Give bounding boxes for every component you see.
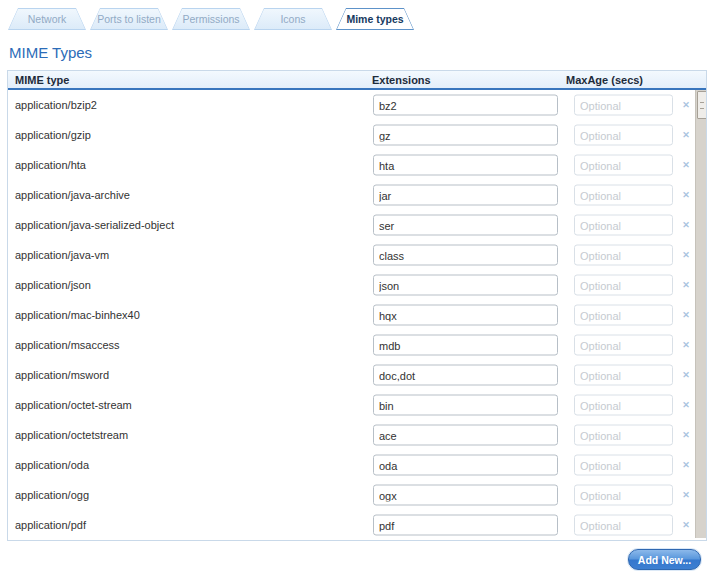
delete-row-icon[interactable]: ✕ xyxy=(678,130,694,140)
delete-row-icon[interactable]: ✕ xyxy=(678,430,694,440)
delete-row-icon[interactable]: ✕ xyxy=(678,250,694,260)
delete-row-icon[interactable]: ✕ xyxy=(678,160,694,170)
tab-label: Permissions xyxy=(182,13,239,25)
tab-label: Mime types xyxy=(346,13,403,25)
tab-permissions[interactable]: Permissions xyxy=(172,8,250,30)
tab-label: Ports to listen xyxy=(97,13,161,25)
maxage-input[interactable] xyxy=(574,365,673,386)
extension-input[interactable] xyxy=(373,95,558,116)
maxage-input[interactable] xyxy=(574,155,673,176)
page-title: MIME Types xyxy=(9,44,92,61)
mime-type-label: application/octet-stream xyxy=(15,399,132,411)
table-row: application/pdf ✕ xyxy=(8,510,706,538)
extension-input[interactable] xyxy=(373,275,558,296)
maxage-input[interactable] xyxy=(574,275,673,296)
mime-type-label: application/msword xyxy=(15,369,109,381)
mime-type-label: application/mac-binhex40 xyxy=(15,309,140,321)
maxage-input[interactable] xyxy=(574,305,673,326)
mime-type-label: application/octetstream xyxy=(15,429,128,441)
extension-input[interactable] xyxy=(373,485,558,506)
extension-input[interactable] xyxy=(373,215,558,236)
table-row: application/java-serialized-object ✕ xyxy=(8,210,706,240)
maxage-input[interactable] xyxy=(574,455,673,476)
maxage-input[interactable] xyxy=(574,215,673,236)
delete-row-icon[interactable]: ✕ xyxy=(678,280,694,290)
delete-row-icon[interactable]: ✕ xyxy=(678,520,694,530)
mime-type-label: application/java-serialized-object xyxy=(15,219,174,231)
tab-label: Icons xyxy=(280,13,305,25)
table-row: application/mac-binhex40 ✕ xyxy=(8,300,706,330)
mime-table-body: application/bzip2 ✕ application/gzip ✕ a… xyxy=(8,90,706,538)
delete-row-icon[interactable]: ✕ xyxy=(678,190,694,200)
table-row: application/msword ✕ xyxy=(8,360,706,390)
extension-input[interactable] xyxy=(373,185,558,206)
add-new-button[interactable]: Add New... xyxy=(628,549,701,570)
maxage-input[interactable] xyxy=(574,395,673,416)
table-row: application/octetstream ✕ xyxy=(8,420,706,450)
column-header-extensions: Extensions xyxy=(372,74,431,86)
tab-ports-to-listen[interactable]: Ports to listen xyxy=(90,8,168,30)
table-row: application/gzip ✕ xyxy=(8,120,706,150)
table-header: MIME type Extensions MaxAge (secs) xyxy=(8,71,706,90)
mime-type-label: application/bzip2 xyxy=(15,99,97,111)
extension-input[interactable] xyxy=(373,425,558,446)
mime-type-label: application/oda xyxy=(15,459,89,471)
maxage-input[interactable] xyxy=(574,425,673,446)
table-row: application/oda ✕ xyxy=(8,450,706,480)
table-row: application/java-archive ✕ xyxy=(8,180,706,210)
table-row: application/msaccess ✕ xyxy=(8,330,706,360)
mime-type-label: application/java-vm xyxy=(15,249,109,261)
table-scrollbar-track[interactable] xyxy=(695,90,706,538)
table-row: application/json ✕ xyxy=(8,270,706,300)
extension-input[interactable] xyxy=(373,365,558,386)
maxage-input[interactable] xyxy=(574,245,673,266)
mime-type-label: application/pdf xyxy=(15,519,86,531)
mime-type-label: application/gzip xyxy=(15,129,91,141)
maxage-input[interactable] xyxy=(574,515,673,536)
mime-types-settings-page: Network Ports to listen Permissions Icon… xyxy=(0,0,720,575)
table-row: application/bzip2 ✕ xyxy=(8,90,706,120)
mime-type-label: application/hta xyxy=(15,159,86,171)
delete-row-icon[interactable]: ✕ xyxy=(678,370,694,380)
table-scrollbar-thumb[interactable] xyxy=(697,91,706,119)
tab-mime-types[interactable]: Mime types xyxy=(336,8,414,30)
tab-network[interactable]: Network xyxy=(8,8,86,30)
extension-input[interactable] xyxy=(373,455,558,476)
maxage-input[interactable] xyxy=(574,95,673,116)
maxage-input[interactable] xyxy=(574,185,673,206)
tab-label: Network xyxy=(28,13,67,25)
delete-row-icon[interactable]: ✕ xyxy=(678,490,694,500)
delete-row-icon[interactable]: ✕ xyxy=(678,220,694,230)
extension-input[interactable] xyxy=(373,395,558,416)
settings-tabbar: Network Ports to listen Permissions Icon… xyxy=(8,8,418,30)
tab-icons[interactable]: Icons xyxy=(254,8,332,30)
extension-input[interactable] xyxy=(373,335,558,356)
mime-types-table: MIME type Extensions MaxAge (secs) appli… xyxy=(7,70,707,541)
mime-type-label: application/json xyxy=(15,279,91,291)
extension-input[interactable] xyxy=(373,155,558,176)
delete-row-icon[interactable]: ✕ xyxy=(678,460,694,470)
delete-row-icon[interactable]: ✕ xyxy=(678,340,694,350)
maxage-input[interactable] xyxy=(574,125,673,146)
delete-row-icon[interactable]: ✕ xyxy=(678,100,694,110)
maxage-input[interactable] xyxy=(574,335,673,356)
mime-type-label: application/ogg xyxy=(15,489,89,501)
table-row: application/hta ✕ xyxy=(8,150,706,180)
table-row: application/ogg ✕ xyxy=(8,480,706,510)
mime-type-label: application/java-archive xyxy=(15,189,130,201)
delete-row-icon[interactable]: ✕ xyxy=(678,400,694,410)
extension-input[interactable] xyxy=(373,245,558,266)
table-row: application/java-vm ✕ xyxy=(8,240,706,270)
column-header-mime-type: MIME type xyxy=(15,74,69,86)
delete-row-icon[interactable]: ✕ xyxy=(678,310,694,320)
column-header-maxage: MaxAge (secs) xyxy=(566,74,643,86)
table-row: application/octet-stream ✕ xyxy=(8,390,706,420)
mime-type-label: application/msaccess xyxy=(15,339,120,351)
extension-input[interactable] xyxy=(373,515,558,536)
extension-input[interactable] xyxy=(373,125,558,146)
extension-input[interactable] xyxy=(373,305,558,326)
maxage-input[interactable] xyxy=(574,485,673,506)
